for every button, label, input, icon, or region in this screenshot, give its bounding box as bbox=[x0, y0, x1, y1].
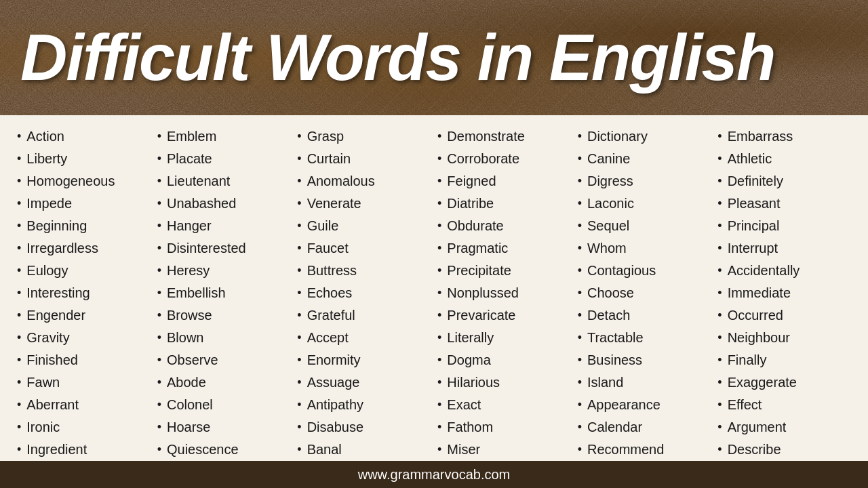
word-item: Action bbox=[17, 125, 151, 148]
footer: www.grammarvocab.com bbox=[0, 461, 868, 488]
word-item: Calendar bbox=[578, 416, 711, 439]
word-item: Curtain bbox=[297, 148, 431, 170]
word-item: Describe bbox=[717, 439, 851, 461]
word-item: Enormity bbox=[297, 349, 431, 371]
word-item: Demonstrate bbox=[437, 125, 571, 148]
word-item: Diatribe bbox=[437, 192, 571, 215]
word-item: Argument bbox=[717, 416, 851, 439]
word-column-3: GraspCurtainAnomalousVenerateGuileFaucet… bbox=[294, 125, 434, 461]
word-item: Interrupt bbox=[717, 237, 851, 260]
word-item: Business bbox=[578, 349, 711, 371]
word-item: Canine bbox=[578, 148, 711, 170]
content: ActionLibertyHomogeneousImpedeBeginningI… bbox=[0, 115, 868, 461]
word-item: Immediate bbox=[717, 282, 851, 304]
word-item: Contagious bbox=[578, 260, 711, 282]
word-item: Lieutenant bbox=[157, 170, 291, 192]
word-item: Laconic bbox=[578, 192, 711, 215]
word-item: Detach bbox=[578, 304, 711, 327]
word-item: Venerate bbox=[297, 192, 431, 215]
word-item: Digress bbox=[578, 170, 711, 192]
word-column-2: EmblemPlacateLieutenantUnabashedHangerDi… bbox=[154, 125, 294, 461]
word-item: Obdurate bbox=[437, 215, 571, 237]
word-item: Echoes bbox=[297, 282, 431, 304]
word-item: Tractable bbox=[578, 327, 711, 349]
word-item: Liberty bbox=[17, 148, 151, 170]
word-item: Grasp bbox=[297, 125, 431, 148]
word-item: Browse bbox=[157, 304, 291, 327]
word-item: Eulogy bbox=[17, 260, 151, 282]
header: Difficult Words in English bbox=[0, 0, 868, 115]
word-item: Interesting bbox=[17, 282, 151, 304]
word-item: Corroborate bbox=[437, 148, 571, 170]
word-item: Island bbox=[578, 371, 711, 394]
word-item: Gravity bbox=[17, 327, 151, 349]
word-item: Pragmatic bbox=[437, 237, 571, 260]
word-item: Fawn bbox=[17, 371, 151, 394]
word-item: Effect bbox=[717, 394, 851, 416]
word-item: Faucet bbox=[297, 237, 431, 260]
word-item: Literally bbox=[437, 327, 571, 349]
word-item: Aberrant bbox=[17, 394, 151, 416]
word-item: Hanger bbox=[157, 215, 291, 237]
word-column-5: DictionaryCanineDigressLaconicSequelWhom… bbox=[574, 125, 715, 461]
word-item: Exaggerate bbox=[717, 371, 851, 394]
word-item: Precipitate bbox=[437, 260, 571, 282]
word-item: Heresy bbox=[157, 260, 291, 282]
word-item: Disabuse bbox=[297, 416, 431, 439]
word-item: Antipathy bbox=[297, 394, 431, 416]
word-item: Hilarious bbox=[437, 371, 571, 394]
word-item: Choose bbox=[578, 282, 711, 304]
page-title: Difficult Words in English bbox=[20, 25, 774, 90]
word-column-6: EmbarrassAthleticDefinitelyPleasantPrinc… bbox=[714, 125, 854, 461]
word-item: Finally bbox=[717, 349, 851, 371]
word-item: Engender bbox=[17, 304, 151, 327]
word-item: Impede bbox=[17, 192, 151, 215]
word-item: Appearance bbox=[578, 394, 711, 416]
word-item: Quiescence bbox=[157, 439, 291, 461]
word-item: Abode bbox=[157, 371, 291, 394]
word-item: Banal bbox=[297, 439, 431, 461]
word-item: Athletic bbox=[717, 148, 851, 170]
word-item: Assuage bbox=[297, 371, 431, 394]
word-item: Finished bbox=[17, 349, 151, 371]
word-item: Emblem bbox=[157, 125, 291, 148]
word-item: Homogeneous bbox=[17, 170, 151, 192]
word-item: Beginning bbox=[17, 215, 151, 237]
word-item: Fathom bbox=[437, 416, 571, 439]
word-item: Blown bbox=[157, 327, 291, 349]
word-column-1: ActionLibertyHomogeneousImpedeBeginningI… bbox=[14, 125, 154, 461]
word-item: Observe bbox=[157, 349, 291, 371]
word-item: Embarrass bbox=[717, 125, 851, 148]
word-item: Ingredient bbox=[17, 439, 151, 461]
word-item: Feigned bbox=[437, 170, 571, 192]
word-item: Grateful bbox=[297, 304, 431, 327]
word-item: Placate bbox=[157, 148, 291, 170]
word-item: Occurred bbox=[717, 304, 851, 327]
word-item: Exact bbox=[437, 394, 571, 416]
word-item: Nonplussed bbox=[437, 282, 571, 304]
word-item: Embellish bbox=[157, 282, 291, 304]
word-item: Disinterested bbox=[157, 237, 291, 260]
word-column-4: DemonstrateCorroborateFeignedDiatribeObd… bbox=[434, 125, 574, 461]
word-item: Anomalous bbox=[297, 170, 431, 192]
word-item: Colonel bbox=[157, 394, 291, 416]
word-item: Prevaricate bbox=[437, 304, 571, 327]
word-item: Guile bbox=[297, 215, 431, 237]
word-item: Hoarse bbox=[157, 416, 291, 439]
word-item: Dogma bbox=[437, 349, 571, 371]
word-item: Principal bbox=[717, 215, 851, 237]
word-item: Sequel bbox=[578, 215, 711, 237]
word-item: Ironic bbox=[17, 416, 151, 439]
word-item: Definitely bbox=[717, 170, 851, 192]
word-item: Whom bbox=[578, 237, 711, 260]
word-item: Miser bbox=[437, 439, 571, 461]
word-item: Unabashed bbox=[157, 192, 291, 215]
footer-text: www.grammarvocab.com bbox=[358, 467, 511, 483]
word-item: Neighbour bbox=[717, 327, 851, 349]
word-item: Accidentally bbox=[717, 260, 851, 282]
word-item: Irregardless bbox=[17, 237, 151, 260]
word-item: Buttress bbox=[297, 260, 431, 282]
word-item: Accept bbox=[297, 327, 431, 349]
word-item: Pleasant bbox=[717, 192, 851, 215]
word-item: Recommend bbox=[578, 439, 711, 461]
